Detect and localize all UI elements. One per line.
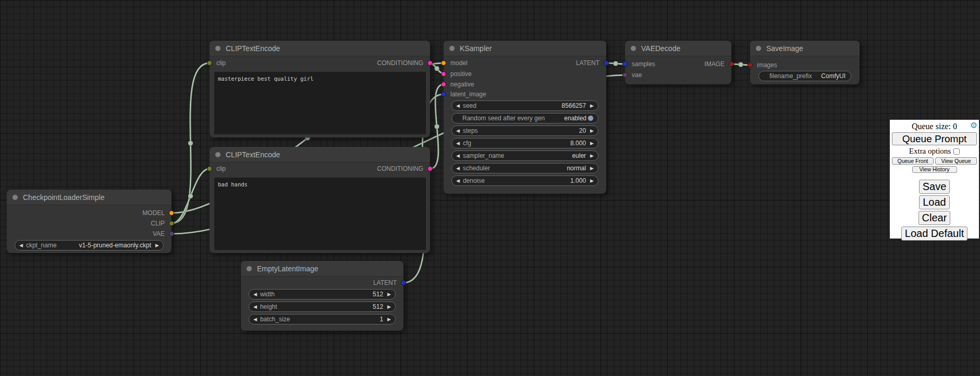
input-slot-clip[interactable]: clip bbox=[210, 58, 226, 68]
node-vae-decode[interactable]: VAEDecode samples vae IMAGE bbox=[625, 41, 731, 84]
increment-arrow-icon[interactable]: ▶ bbox=[387, 317, 391, 322]
output-slot-dot-latent[interactable] bbox=[401, 280, 406, 285]
decrement-arrow-icon[interactable]: ◀ bbox=[456, 179, 460, 183]
node-empty-latent-image[interactable]: EmptyLatentImage LATENT ◀ width 512 ▶ ◀ … bbox=[241, 261, 403, 331]
widget-ckpt-name[interactable]: ◀ ckpt_name v1-5-pruned-emaonly.ckpt ▶ bbox=[15, 240, 164, 250]
view-queue-button[interactable]: View Queue bbox=[935, 157, 977, 165]
increment-arrow-icon[interactable]: ▶ bbox=[590, 179, 594, 183]
input-slot-negative[interactable]: negative bbox=[444, 79, 474, 90]
widget-batch-size[interactable]: ◀ batch_size 1 ▶ bbox=[249, 314, 396, 324]
widget-scheduler[interactable]: ◀ scheduler normal ▶ bbox=[451, 163, 598, 173]
output-slot-latent[interactable]: LATENT bbox=[576, 58, 606, 68]
increment-arrow-icon[interactable]: ▶ bbox=[387, 292, 391, 297]
input-slot-clip[interactable]: clip bbox=[210, 164, 226, 174]
decrement-arrow-icon[interactable]: ◀ bbox=[253, 292, 257, 297]
output-slot-dot-image[interactable] bbox=[729, 61, 734, 67]
node-collapse-dot[interactable] bbox=[215, 152, 220, 157]
input-slot-dot-clip[interactable] bbox=[207, 60, 212, 66]
node-save-image[interactable]: SaveImage images filename_prefix ComfyUI bbox=[750, 41, 860, 84]
node-clip-text-encode-positive[interactable]: CLIPTextEncode clip CONDITIONING masterp… bbox=[210, 41, 430, 137]
input-slot-dot-positive[interactable] bbox=[441, 71, 446, 77]
node-title-bar[interactable]: CLIPTextEncode bbox=[210, 41, 430, 56]
increment-arrow-icon[interactable]: ▶ bbox=[590, 154, 594, 158]
widget-height[interactable]: ◀ height 512 ▶ bbox=[249, 302, 396, 312]
output-slot-dot-clip[interactable] bbox=[169, 221, 174, 226]
input-slot-dot-negative[interactable] bbox=[441, 82, 446, 87]
input-slot-dot-clip[interactable] bbox=[207, 166, 212, 171]
node-title-bar[interactable]: EmptyLatentImage bbox=[241, 261, 403, 277]
input-slot-latent-image[interactable]: latent_image bbox=[444, 89, 486, 99]
node-clip-text-encode-negative[interactable]: CLIPTextEncode clip CONDITIONING bad han… bbox=[210, 147, 430, 253]
decrement-arrow-icon[interactable]: ◀ bbox=[456, 104, 460, 108]
output-slot-vae[interactable]: VAE bbox=[153, 229, 172, 239]
widget-width[interactable]: ◀ width 512 ▶ bbox=[249, 289, 396, 299]
input-slot-images[interactable]: images bbox=[750, 60, 777, 70]
view-history-button[interactable]: View History bbox=[912, 166, 957, 173]
node-collapse-dot[interactable] bbox=[449, 46, 455, 51]
output-slot-dot-latent[interactable] bbox=[604, 60, 609, 66]
prompt-textarea[interactable]: bad hands bbox=[214, 178, 426, 250]
output-slot-dot-conditioning[interactable] bbox=[427, 166, 433, 171]
widget-seed[interactable]: ◀ seed 8566257 ▶ bbox=[451, 101, 598, 111]
load-default-button[interactable]: Load Default bbox=[901, 227, 967, 241]
widget-sampler-name[interactable]: ◀ sampler_name euler ▶ bbox=[451, 151, 598, 161]
load-button[interactable]: Load bbox=[919, 195, 950, 209]
queue-front-button[interactable]: Queue Front bbox=[892, 157, 934, 165]
node-collapse-dot[interactable] bbox=[215, 46, 220, 51]
decrement-arrow-icon[interactable]: ◀ bbox=[456, 129, 460, 133]
increment-arrow-icon[interactable]: ▶ bbox=[387, 305, 391, 309]
node-ksampler[interactable]: KSampler model positive negative latent_… bbox=[444, 41, 606, 194]
input-slot-vae[interactable]: vae bbox=[625, 70, 642, 80]
prompt-textarea[interactable]: masterpiece best quality girl bbox=[214, 72, 426, 134]
widget-cfg[interactable]: ◀ cfg 8.000 ▶ bbox=[451, 138, 598, 148]
input-slot-dot-latent-image[interactable] bbox=[441, 92, 446, 97]
input-slot-dot-samples[interactable] bbox=[622, 61, 628, 67]
input-slot-model[interactable]: model bbox=[444, 58, 468, 68]
decrement-arrow-icon[interactable]: ◀ bbox=[456, 141, 460, 146]
node-collapse-dot[interactable] bbox=[631, 46, 636, 51]
clear-button[interactable]: Clear bbox=[918, 211, 951, 225]
node-title-bar[interactable]: KSampler bbox=[444, 41, 606, 56]
increment-arrow-icon[interactable]: ▶ bbox=[590, 104, 594, 108]
output-slot-clip[interactable]: CLIP bbox=[151, 218, 172, 229]
input-slot-dot-vae[interactable] bbox=[622, 72, 628, 78]
input-slot-dot-model[interactable] bbox=[441, 60, 446, 66]
increment-arrow-icon[interactable]: ▶ bbox=[590, 129, 594, 133]
queue-prompt-button[interactable]: Queue Prompt bbox=[892, 132, 977, 145]
output-slot-conditioning[interactable]: CONDITIONING bbox=[377, 164, 430, 174]
node-title-bar[interactable]: CLIPTextEncode bbox=[210, 147, 430, 162]
widget-denoise[interactable]: ◀ denoise 1.000 ▶ bbox=[451, 176, 598, 186]
node-title-bar[interactable]: SaveImage bbox=[750, 41, 860, 56]
decrement-arrow-icon[interactable]: ◀ bbox=[19, 243, 23, 248]
widget-random-seed-toggle[interactable]: Random seed after every gen enabled bbox=[451, 113, 598, 123]
output-slot-latent[interactable]: LATENT bbox=[373, 278, 403, 288]
decrement-arrow-icon[interactable]: ◀ bbox=[253, 305, 257, 309]
node-collapse-dot[interactable] bbox=[756, 46, 761, 51]
save-button[interactable]: Save bbox=[919, 180, 950, 194]
decrement-arrow-icon[interactable]: ◀ bbox=[456, 154, 460, 158]
output-slot-conditioning[interactable]: CONDITIONING bbox=[377, 58, 430, 68]
node-collapse-dot[interactable] bbox=[13, 195, 18, 200]
input-slot-dot-images[interactable] bbox=[748, 62, 753, 68]
toggle-enabled-icon[interactable] bbox=[587, 115, 594, 121]
output-slot-dot-vae[interactable] bbox=[169, 231, 174, 236]
graph-canvas[interactable]: { "canvas": { "background": "#232323", "… bbox=[0, 0, 980, 376]
node-title-bar[interactable]: VAEDecode bbox=[625, 41, 731, 56]
extra-options-checkbox[interactable] bbox=[953, 148, 960, 155]
increment-arrow-icon[interactable]: ▶ bbox=[155, 243, 159, 248]
output-slot-model[interactable]: MODEL bbox=[142, 208, 172, 218]
node-checkpoint-loader-simple[interactable]: CheckpointLoaderSimple MODEL CLIP VAE ◀ … bbox=[7, 190, 172, 253]
increment-arrow-icon[interactable]: ▶ bbox=[590, 166, 594, 171]
output-slot-dot-model[interactable] bbox=[169, 210, 174, 216]
decrement-arrow-icon[interactable]: ◀ bbox=[253, 317, 257, 322]
widget-steps[interactable]: ◀ steps 20 ▶ bbox=[451, 126, 598, 136]
settings-gear-icon[interactable]: ⚙ bbox=[970, 120, 977, 130]
increment-arrow-icon[interactable]: ▶ bbox=[590, 141, 594, 146]
output-slot-dot-conditioning[interactable] bbox=[427, 60, 433, 66]
node-title-bar[interactable]: CheckpointLoaderSimple bbox=[7, 190, 172, 205]
input-slot-positive[interactable]: positive bbox=[444, 69, 472, 79]
output-slot-image[interactable]: IMAGE bbox=[704, 59, 731, 69]
decrement-arrow-icon[interactable]: ◀ bbox=[456, 166, 460, 171]
node-collapse-dot[interactable] bbox=[247, 266, 252, 271]
input-slot-samples[interactable]: samples bbox=[625, 59, 655, 69]
